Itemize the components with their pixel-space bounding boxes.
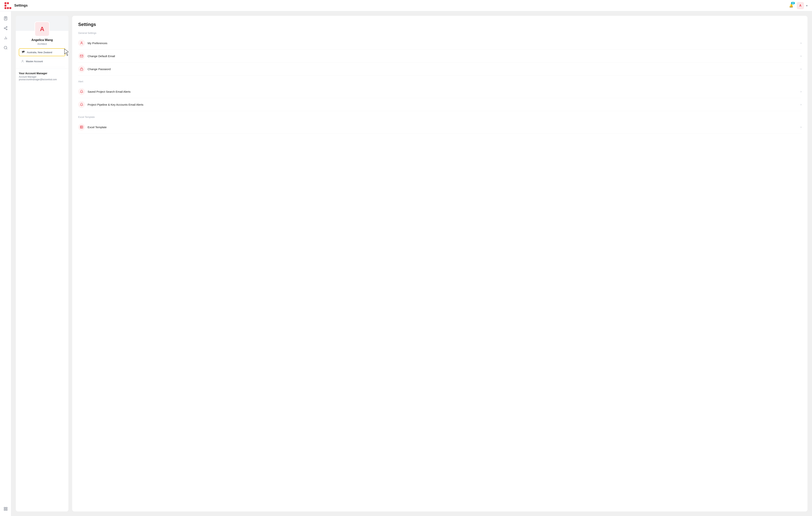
profile-card: A Angelica Wang Architect 🏴 Australia, N… (16, 16, 68, 512)
person-icon (21, 60, 24, 63)
excel-template-item[interactable]: Excel Template › (78, 121, 802, 134)
change-email-icon-wrap (78, 53, 85, 59)
settings-title: Settings (78, 22, 802, 27)
email-icon (80, 54, 83, 58)
bell-alert-icon (80, 103, 83, 106)
change-password-icon-wrap (78, 66, 85, 73)
general-settings-section: General Settings My Preferences › (78, 32, 802, 76)
profile-banner: A (16, 16, 68, 31)
alert-section-label: Alert (78, 80, 802, 83)
excel-template-label: Excel Template (88, 125, 798, 129)
my-preferences-label: My Preferences (88, 41, 798, 45)
alert-section: Alert Saved Project Search Email Alerts … (78, 80, 802, 111)
cursor-arrow (64, 49, 68, 56)
svg-rect-14 (6, 507, 7, 509)
change-email-chevron: › (801, 54, 802, 58)
am-email: youraccountmanager@bcicentral.com (19, 78, 65, 81)
sidebar-item-search[interactable] (1, 44, 10, 52)
svg-line-7 (5, 27, 6, 28)
saved-search-alerts-label: Saved Project Search Email Alerts (88, 90, 798, 93)
pipeline-alerts-label: Project Pipeline & Key Accounts Email Al… (88, 103, 798, 106)
pipeline-alerts-icon-wrap (78, 101, 85, 108)
table-icon (80, 125, 83, 129)
svg-point-3 (6, 27, 7, 28)
lock-icon (80, 67, 83, 71)
app-header: Settings 🔔 22 A ▾ (0, 0, 812, 11)
profile-avatar: A (35, 22, 50, 36)
account-type-label: Master Account (26, 60, 43, 63)
user-avatar-button[interactable]: A (797, 2, 804, 9)
svg-rect-13 (4, 507, 5, 509)
sidebar-item-grid[interactable] (1, 505, 10, 513)
bell-icon (80, 90, 83, 93)
pipeline-alerts-item[interactable]: Project Pipeline & Key Accounts Email Al… (78, 98, 802, 111)
flag-icon: 🏴 (22, 51, 25, 54)
excel-icon-wrap (78, 124, 85, 131)
svg-point-5 (6, 29, 7, 30)
profile-name: Angelica Wang (20, 38, 65, 42)
excel-section: Excel Template Excel Template › (78, 116, 802, 134)
excel-template-chevron: › (801, 125, 802, 129)
am-title: Your Account Manager (19, 72, 65, 75)
svg-point-19 (81, 42, 82, 43)
app-logo (4, 2, 11, 9)
svg-rect-16 (6, 509, 7, 510)
main-layout: A Angelica Wang Architect 🏴 Australia, N… (0, 11, 812, 516)
svg-point-18 (22, 60, 23, 61)
saved-search-chevron: › (801, 90, 802, 93)
profile-role: Architect (20, 42, 65, 45)
change-email-item[interactable]: Change Default Email › (78, 50, 802, 63)
sidebar-item-clipboard[interactable] (1, 14, 10, 23)
my-preferences-icon-wrap (78, 40, 85, 47)
svg-rect-21 (80, 126, 83, 128)
account-manager: Your Account Manager Account Manager you… (16, 68, 68, 84)
region-label: Australia, New Zealand (27, 51, 52, 54)
content-area: A Angelica Wang Architect 🏴 Australia, N… (11, 11, 812, 516)
saved-search-alerts-item[interactable]: Saved Project Search Email Alerts › (78, 85, 802, 98)
profile-meta: 🏴 Australia, New Zealand Master Account (16, 48, 68, 65)
sidebar (0, 11, 11, 516)
settings-panel: Settings General Settings My Preferences… (72, 16, 808, 512)
region-item[interactable]: 🏴 Australia, New Zealand (19, 48, 65, 56)
svg-point-4 (4, 28, 5, 29)
sidebar-item-analytics[interactable] (1, 34, 10, 42)
chevron-down-icon[interactable]: ▾ (806, 4, 808, 7)
saved-search-icon-wrap (78, 88, 85, 95)
notification-badge: 22 (791, 2, 795, 4)
change-password-label: Change Password (88, 67, 798, 71)
svg-point-11 (4, 46, 7, 49)
svg-line-6 (5, 28, 6, 29)
notification-button[interactable]: 🔔 22 (788, 2, 794, 9)
sidebar-item-connections[interactable] (1, 24, 10, 32)
account-type-item: Master Account (19, 58, 65, 65)
change-password-item[interactable]: Change Password › (78, 63, 802, 76)
svg-rect-0 (5, 17, 6, 18)
svg-line-12 (6, 49, 7, 49)
am-role: Account Manager (19, 76, 65, 78)
general-section-label: General Settings (78, 32, 802, 34)
page-title: Settings (14, 4, 788, 7)
excel-section-label: Excel Template (78, 116, 802, 118)
change-email-label: Change Default Email (88, 55, 798, 58)
svg-marker-17 (64, 49, 68, 56)
svg-rect-15 (4, 509, 5, 510)
pipeline-alerts-chevron: › (801, 103, 802, 106)
svg-rect-20 (80, 69, 83, 70)
change-password-chevron: › (801, 67, 802, 71)
my-preferences-item[interactable]: My Preferences › (78, 37, 802, 50)
my-preferences-chevron: › (801, 41, 802, 45)
user-icon (80, 41, 83, 45)
header-actions: 🔔 22 A ▾ (788, 2, 808, 9)
